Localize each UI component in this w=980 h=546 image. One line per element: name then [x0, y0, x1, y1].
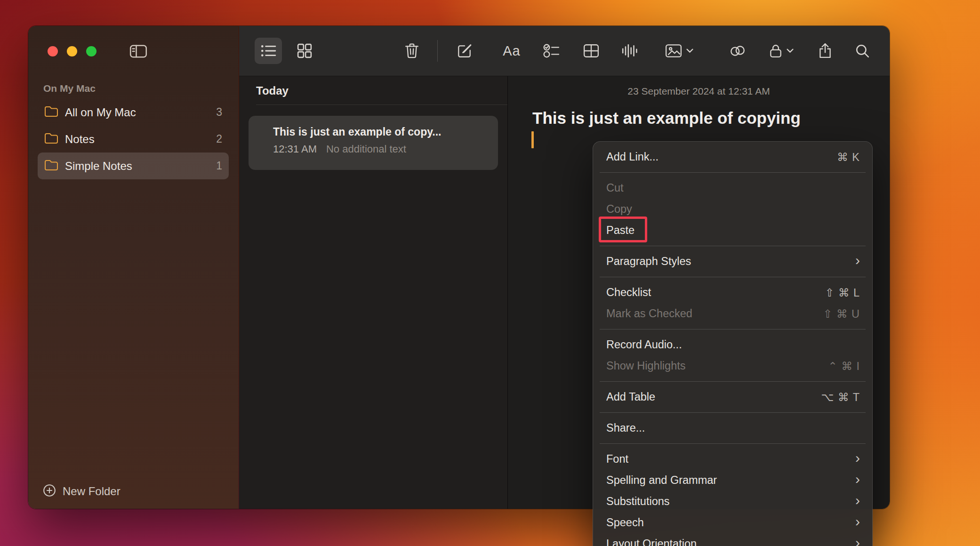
folder-list: All on My Mac3Notes2Simple Notes1: [28, 99, 239, 179]
media-icon: [665, 44, 682, 58]
menu-item-substitutions[interactable]: Substitutions›: [593, 491, 872, 512]
submenu-chevron-icon: ›: [855, 514, 860, 531]
menu-item-label: Add Link...: [606, 151, 659, 163]
note-cards: This is just an example of copy...12:31 …: [239, 116, 507, 170]
link-button[interactable]: [724, 38, 751, 64]
chevron-down-icon: [686, 48, 693, 53]
table-button[interactable]: [578, 38, 605, 64]
menu-item-shortcut: ⌥ ⌘ T: [821, 391, 860, 404]
menu-item-paste[interactable]: Paste: [593, 220, 872, 241]
menu-separator: [600, 412, 866, 413]
note-item-title: This is just an example of copy...: [273, 126, 489, 138]
menu-separator: [600, 329, 866, 329]
folder-name: Simple Notes: [65, 160, 132, 173]
menu-item-label: Substitutions: [606, 495, 670, 508]
menu-item-share[interactable]: Share...: [593, 418, 872, 439]
gallery-view-button[interactable]: [291, 38, 318, 64]
menu-item-font[interactable]: Font›: [593, 449, 872, 470]
note-date: 23 September 2024 at 12:31 AM: [508, 86, 890, 97]
sidebar-toolbar: [28, 26, 239, 76]
zoom-button[interactable]: [86, 46, 96, 56]
folder-count: 1: [216, 160, 222, 172]
sidebar: On My Mac All on My Mac3Notes2Simple Not…: [28, 26, 239, 509]
menu-item-record-audio[interactable]: Record Audio...: [593, 334, 872, 355]
submenu-chevron-icon: ›: [855, 451, 860, 467]
menu-item-label: Checklist: [606, 286, 651, 299]
folder-count: 3: [216, 106, 222, 119]
toolbar-divider: [437, 40, 438, 62]
menu-item-label: Speech: [606, 516, 644, 529]
menu-separator: [600, 381, 866, 382]
note-item-preview: No additional text: [326, 143, 406, 155]
menu-item-shortcut: ⇧ ⌘ L: [825, 286, 860, 299]
sidebar-toggle-icon[interactable]: [128, 42, 149, 61]
search-button[interactable]: [849, 38, 876, 64]
menu-separator: [600, 277, 866, 277]
menu-item-label: Share...: [606, 422, 645, 434]
notes-list: Today This is just an example of copy...…: [239, 76, 508, 509]
menu-item-spelling-and-grammar[interactable]: Spelling and Grammar›: [593, 470, 872, 491]
menu-item-layout-orientation[interactable]: Layout Orientation›: [593, 533, 872, 546]
context-menu-items: Add Link...⌘ KCutCopyPasteParagraph Styl…: [593, 146, 872, 546]
sidebar-item-all-on-my-mac[interactable]: All on My Mac3: [38, 99, 229, 126]
menu-item-shortcut: ⌘ K: [837, 151, 860, 164]
menu-item-mark-as-checked: Mark as Checked⇧ ⌘ U: [593, 303, 872, 324]
compose-button[interactable]: [451, 38, 478, 64]
menu-item-copy: Copy: [593, 199, 872, 220]
menu-separator: [600, 246, 866, 246]
folder-icon: [44, 132, 58, 146]
chevron-down-icon: [787, 48, 794, 53]
menu-item-label: Spelling and Grammar: [606, 474, 717, 487]
menu-separator: [600, 172, 866, 173]
audio-waveform-button[interactable]: [616, 38, 643, 64]
format-button[interactable]: Aa: [498, 38, 525, 64]
note-item-time: 12:31 AM: [273, 143, 317, 155]
toolbar: Aa: [239, 26, 890, 76]
lock-icon: [769, 43, 782, 58]
folder-name: Notes: [65, 133, 95, 146]
menu-item-label: Paste: [606, 224, 635, 237]
new-folder-label: New Folder: [63, 485, 120, 498]
folder-count: 2: [216, 133, 222, 145]
folder-icon: [44, 159, 58, 173]
menu-item-label: Layout Orientation: [606, 538, 697, 546]
sidebar-section-label: On My Mac: [43, 83, 239, 94]
menu-item-label: Mark as Checked: [606, 307, 692, 320]
menu-item-checklist[interactable]: Checklist⇧ ⌘ L: [593, 282, 872, 303]
new-folder-button[interactable]: New Folder: [28, 474, 239, 509]
menu-item-label: Show Highlights: [606, 360, 686, 372]
checklist-button[interactable]: [538, 38, 565, 64]
lock-button[interactable]: [765, 38, 797, 64]
minimize-button[interactable]: [67, 46, 77, 56]
menu-item-label: Font: [606, 453, 628, 466]
menu-item-paragraph-styles[interactable]: Paragraph Styles›: [593, 251, 872, 272]
sidebar-item-simple-notes[interactable]: Simple Notes1: [38, 153, 229, 179]
menu-item-label: Add Table: [606, 391, 655, 403]
note-title: This is just an example of copying: [532, 109, 871, 128]
submenu-chevron-icon: ›: [855, 253, 860, 270]
share-button[interactable]: [811, 38, 839, 64]
menu-item-label: Paragraph Styles: [606, 255, 691, 268]
submenu-chevron-icon: ›: [855, 536, 860, 546]
folder-icon: [44, 105, 58, 120]
note-list-item[interactable]: This is just an example of copy...12:31 …: [249, 116, 498, 170]
list-view-button[interactable]: [255, 38, 282, 64]
menu-item-label: Record Audio...: [606, 338, 682, 351]
menu-item-label: Cut: [606, 182, 624, 194]
close-button[interactable]: [48, 46, 58, 56]
trash-button[interactable]: [398, 38, 426, 64]
menu-item-speech[interactable]: Speech›: [593, 512, 872, 533]
menu-item-add-table[interactable]: Add Table⌥ ⌘ T: [593, 386, 872, 408]
menu-separator: [600, 443, 866, 444]
notes-section-header: Today: [256, 76, 507, 97]
format-icon: Aa: [503, 43, 520, 59]
folder-name: All on My Mac: [65, 106, 136, 119]
menu-item-shortcut: ⇧ ⌘ U: [823, 307, 860, 321]
submenu-chevron-icon: ›: [855, 493, 860, 510]
menu-item-show-highlights: Show Highlights⌃ ⌘ I: [593, 355, 872, 377]
plus-circle-icon: [42, 483, 56, 499]
menu-item-add-link[interactable]: Add Link...⌘ K: [593, 146, 872, 168]
submenu-chevron-icon: ›: [855, 472, 860, 489]
media-button[interactable]: [661, 38, 697, 64]
sidebar-item-notes[interactable]: Notes2: [38, 126, 229, 153]
